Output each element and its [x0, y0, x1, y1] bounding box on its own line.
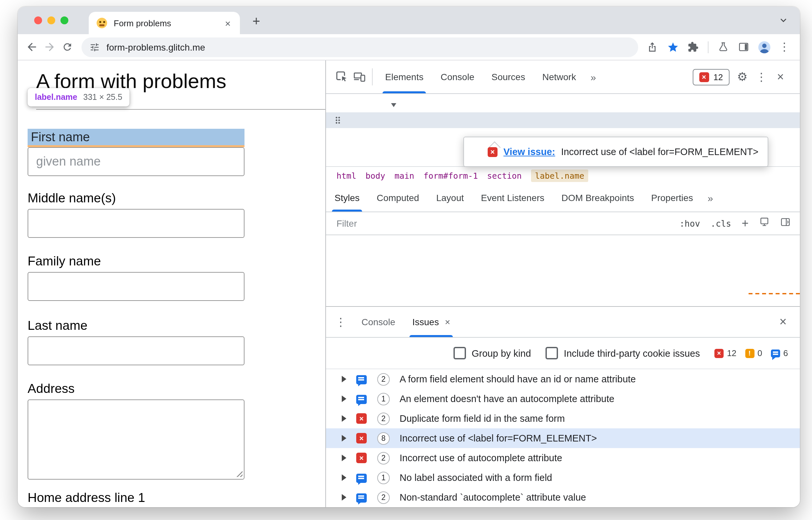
sidebar-tab[interactable]: Properties	[643, 184, 702, 212]
issue-row[interactable]: × 2 Incorrect use of autocomplete attrib…	[326, 448, 800, 468]
issue-row[interactable]: × 8 Incorrect use of <label for=FORM_ELE…	[326, 428, 800, 448]
given-name-input[interactable]	[28, 147, 245, 176]
elements-breadcrumbs: html body main form#form-1 section label…	[326, 166, 800, 184]
share-icon[interactable]	[643, 38, 661, 56]
sidebar-tab[interactable]: Styles	[326, 184, 368, 212]
side-panel-icon[interactable]	[735, 38, 753, 56]
experiments-flask-icon[interactable]	[714, 38, 732, 56]
breadcrumb[interactable]: label.name	[531, 169, 588, 182]
expand-triangle-icon[interactable]	[342, 454, 346, 461]
sidebar-tab-label: Styles	[334, 192, 359, 203]
more-tabs-chevron-icon[interactable]: »	[585, 60, 602, 93]
last-name-input[interactable]	[28, 336, 245, 365]
devtools-menu-kebab-icon[interactable]: ⋮	[753, 68, 770, 86]
expand-triangle-icon[interactable]	[342, 376, 346, 382]
issue-error-icon: ×	[699, 72, 709, 82]
expand-triangle-icon[interactable]	[342, 435, 346, 441]
breadcrumb[interactable]: section	[487, 171, 522, 180]
third-party-cookie-checkbox[interactable]: Include third-party cookie issues	[545, 347, 700, 359]
message-count: 6	[771, 348, 788, 358]
drawer-close-icon[interactable]: ×	[780, 315, 792, 329]
devtools-toolbar-actions: ⚙ ⋮ ×	[733, 68, 793, 86]
styles-sidebar-tabs: Styles Computed Layout	[326, 184, 800, 212]
toggle-hover-state-button[interactable]: :hov	[680, 218, 700, 228]
profile-avatar[interactable]	[755, 38, 773, 56]
window-close-button[interactable]	[34, 17, 42, 24]
issues-tab-close-icon[interactable]: ×	[445, 317, 450, 327]
warning-count-value: 0	[758, 348, 762, 358]
sidebar-tab[interactable]: Layout	[428, 184, 472, 212]
tab-strip: Form problems × +	[18, 6, 800, 34]
expand-triangle-icon[interactable]	[342, 395, 346, 402]
expand-triangle-icon[interactable]	[342, 415, 346, 422]
browser-tab[interactable]: Form problems ×	[89, 12, 240, 34]
issue-row[interactable]: × 2 Duplicate form field id in the same …	[326, 409, 800, 428]
breadcrumb[interactable]: body	[365, 171, 385, 180]
new-tab-button[interactable]: +	[248, 12, 265, 30]
more-sidebar-tabs-chevron-icon[interactable]: »	[702, 184, 719, 212]
issue-count-badge: 2	[377, 373, 390, 385]
tree-row-section[interactable]: <section>	[326, 97, 800, 112]
window-zoom-button[interactable]	[60, 17, 68, 24]
node-menu-dots-icon[interactable]	[335, 116, 340, 124]
styles-filter-bar: :hov .cls +	[326, 212, 800, 235]
issues-toolbar: Group by kind Include third-party cookie…	[326, 338, 800, 369]
middle-name-input[interactable]	[28, 209, 245, 238]
issue-count-badge: 1	[377, 471, 390, 484]
issues-count-button[interactable]: × 12	[692, 69, 730, 85]
sidebar-tab[interactable]: DOM Breakpoints	[553, 184, 643, 212]
expand-triangle-icon[interactable]	[342, 474, 346, 481]
drawer-toolbar: ⋮ Console Issues × ×	[326, 307, 800, 338]
issue-row[interactable]: × 1 No label associated with a form fiel…	[326, 468, 800, 488]
sidebar-tab[interactable]: Event Listeners	[473, 184, 553, 212]
computed-sidebar-toggle-icon[interactable]	[780, 217, 791, 230]
expand-triangle-icon[interactable]	[342, 494, 346, 501]
page-viewport: A form with problems label.name 331 × 25…	[18, 60, 325, 507]
address-textarea[interactable]	[28, 399, 245, 479]
browser-menu-kebab-icon[interactable]: ⋮	[776, 38, 793, 56]
settings-gear-icon[interactable]: ⚙	[733, 68, 751, 86]
devtools-tab[interactable]: Elements	[377, 60, 432, 93]
breadcrumb[interactable]: html	[336, 171, 356, 180]
expand-arrow-icon[interactable]	[391, 103, 396, 107]
extensions-puzzle-icon[interactable]	[684, 38, 702, 56]
issue-title: An element doesn't have an autocomplete …	[400, 393, 614, 404]
issue-row[interactable]: × 1 An element doesn't have an autocompl…	[326, 389, 800, 409]
drawer-menu-kebab-icon[interactable]: ⋮	[334, 315, 353, 329]
rendering-emulation-icon[interactable]	[759, 217, 769, 230]
breadcrumb[interactable]: form#form-1	[424, 171, 478, 180]
sidebar-tab-label: Event Listeners	[481, 192, 544, 203]
tab-search-chevron-icon[interactable]	[778, 15, 789, 26]
new-style-rule-icon[interactable]: +	[742, 217, 748, 229]
breadcrumb[interactable]: main	[394, 171, 414, 180]
view-issue-link[interactable]: View issue:	[503, 147, 555, 157]
back-icon[interactable]	[23, 38, 41, 56]
tab-close-icon[interactable]: ×	[224, 17, 232, 29]
devtools-tab[interactable]: Network	[534, 60, 585, 93]
window-minimize-button[interactable]	[47, 17, 55, 24]
devtools-tab[interactable]: Sources	[483, 60, 534, 93]
navigation-bar: form-problems.glitch.me	[18, 34, 800, 60]
site-settings-tune-icon[interactable]	[90, 42, 100, 52]
tree-row-label-selected[interactable]: <label for class="name" name="first-name…	[326, 112, 800, 128]
drawer-tab-issues[interactable]: Issues ×	[404, 307, 459, 337]
forward-icon[interactable]	[41, 38, 58, 56]
inspect-element-icon[interactable]	[333, 68, 350, 86]
group-by-kind-checkbox[interactable]: Group by kind	[453, 347, 531, 359]
bookmark-star-icon[interactable]	[664, 38, 682, 56]
checkbox-icon[interactable]	[453, 347, 466, 359]
drawer-tab-console[interactable]: Console	[353, 307, 404, 337]
styles-filter-input[interactable]	[335, 217, 669, 229]
family-name-input[interactable]	[28, 272, 245, 301]
dashed-orange-divider	[748, 293, 800, 294]
devtools-close-icon[interactable]: ×	[771, 68, 789, 86]
issue-row[interactable]: × 2 Non-standard `autocomplete` attribut…	[326, 488, 800, 507]
checkbox-icon[interactable]	[545, 347, 558, 359]
address-bar[interactable]: form-problems.glitch.me	[81, 37, 638, 57]
device-toolbar-icon[interactable]	[350, 68, 368, 86]
devtools-tab[interactable]: Console	[432, 60, 483, 93]
toggle-class-button[interactable]: .cls	[710, 218, 731, 228]
issue-row[interactable]: × 2 A form field element should have an …	[326, 369, 800, 389]
sidebar-tab[interactable]: Computed	[368, 184, 428, 212]
reload-icon[interactable]	[58, 38, 76, 56]
